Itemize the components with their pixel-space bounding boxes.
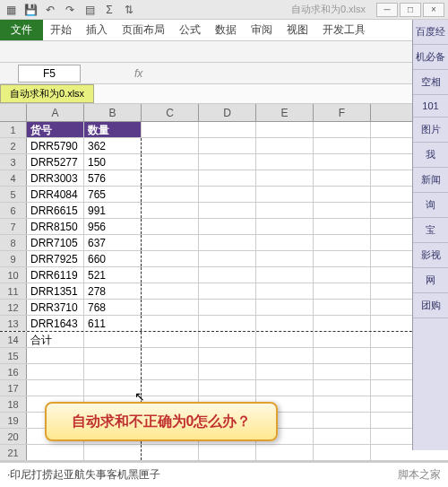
cell[interactable] [256, 203, 314, 218]
col-e[interactable]: E [256, 104, 314, 121]
table-row[interactable]: 7DRR8150956 [0, 219, 448, 235]
cell[interactable] [256, 332, 314, 347]
cell[interactable]: 991 [84, 203, 142, 218]
row-header[interactable]: 3 [0, 154, 27, 170]
table-row[interactable]: 21 [0, 445, 448, 461]
redo-icon[interactable]: ↷ [63, 3, 77, 17]
cell[interactable]: 637 [84, 235, 142, 250]
cell[interactable] [256, 187, 314, 202]
name-box[interactable]: F5 [18, 65, 81, 83]
cell[interactable]: 956 [84, 219, 142, 234]
cell[interactable] [199, 154, 256, 170]
sidebar-item[interactable]: 宝 [413, 218, 448, 243]
table-row[interactable]: 17 [0, 380, 448, 396]
table-row[interactable]: 16 [0, 364, 448, 380]
tab-insert[interactable]: 插入 [79, 20, 115, 40]
cell[interactable] [199, 332, 256, 347]
print-icon[interactable]: ▤ [82, 3, 97, 17]
cell[interactable] [314, 300, 371, 315]
file-tab[interactable]: 文件 [0, 20, 43, 40]
row-header[interactable]: 15 [0, 348, 27, 363]
news-ticker[interactable]: ·印尼打捞起亚航失事客机黑匣子 [7, 467, 160, 483]
cell[interactable] [314, 203, 371, 218]
row-header[interactable]: 19 [0, 413, 27, 428]
cell[interactable] [27, 445, 84, 460]
cell[interactable] [142, 170, 199, 186]
cell[interactable] [314, 283, 371, 299]
cell[interactable] [256, 300, 314, 315]
cell[interactable] [314, 267, 371, 283]
cell[interactable]: 合计 [27, 332, 84, 347]
tab-layout[interactable]: 页面布局 [115, 20, 172, 40]
cell[interactable] [142, 235, 199, 250]
cell[interactable] [314, 154, 371, 170]
row-header[interactable]: 13 [0, 316, 27, 331]
cell[interactable] [142, 219, 199, 234]
cell[interactable] [314, 445, 371, 460]
close-button[interactable]: × [423, 3, 444, 17]
sort-icon[interactable]: ⇅ [122, 3, 136, 17]
undo-icon[interactable]: ↶ [43, 3, 57, 17]
cell[interactable] [256, 170, 314, 186]
table-row[interactable]: 10DRR6119521 [0, 267, 448, 283]
cell[interactable] [142, 138, 199, 153]
cell[interactable]: DRR3710 [27, 300, 84, 315]
cell[interactable]: DRR1351 [27, 283, 84, 299]
cell[interactable] [142, 251, 199, 266]
row-header[interactable]: 4 [0, 170, 27, 186]
cell[interactable]: 150 [84, 154, 142, 170]
cell[interactable] [256, 283, 314, 299]
col-f[interactable]: F [314, 104, 371, 121]
sidebar-item[interactable]: 我 [413, 143, 448, 168]
col-c[interactable]: C [142, 104, 199, 121]
cell[interactable] [27, 364, 84, 379]
cell[interactable]: 576 [84, 170, 142, 186]
sidebar-item[interactable]: 图片 [413, 117, 448, 143]
cell[interactable] [199, 300, 256, 315]
cell[interactable] [142, 122, 199, 137]
cell[interactable] [256, 380, 314, 396]
cell[interactable] [199, 187, 256, 202]
cell[interactable]: DRR4084 [27, 187, 84, 202]
table-row[interactable]: 1货号数量 [0, 122, 448, 138]
cell[interactable] [314, 251, 371, 266]
cell[interactable] [199, 316, 256, 331]
cell[interactable] [314, 316, 371, 331]
cell[interactable] [199, 203, 256, 218]
sidebar-item[interactable]: 机必备 [413, 45, 448, 70]
cell[interactable] [314, 348, 371, 363]
cell[interactable]: 765 [84, 187, 142, 202]
document-tab[interactable]: 自动求和为0.xlsx [0, 84, 94, 103]
cell[interactable] [256, 364, 314, 379]
cell[interactable] [84, 348, 142, 363]
cell[interactable] [314, 187, 371, 202]
col-a[interactable]: A [27, 104, 84, 121]
save-icon[interactable]: 💾 [23, 3, 38, 17]
row-header[interactable]: 11 [0, 283, 27, 299]
cell[interactable] [199, 348, 256, 363]
sum-icon[interactable]: Σ [102, 3, 116, 17]
cell[interactable] [142, 364, 199, 379]
cell[interactable] [27, 348, 84, 363]
row-header[interactable]: 21 [0, 445, 27, 460]
cell[interactable]: DRR8150 [27, 219, 84, 234]
table-row[interactable]: 5DRR4084765 [0, 187, 448, 203]
sidebar-item[interactable]: 询 [413, 193, 448, 218]
cell[interactable] [84, 364, 142, 379]
cell[interactable]: DRR7105 [27, 235, 84, 250]
cell[interactable] [142, 187, 199, 202]
cell[interactable] [142, 283, 199, 299]
cell[interactable] [199, 138, 256, 153]
cell[interactable] [314, 122, 371, 137]
cell[interactable] [199, 235, 256, 250]
cell[interactable] [314, 380, 371, 396]
cell[interactable] [314, 219, 371, 234]
row-header[interactable]: 18 [0, 396, 27, 412]
cell[interactable] [256, 251, 314, 266]
row-header[interactable]: 16 [0, 364, 27, 379]
cell[interactable]: 数量 [84, 122, 142, 137]
cell[interactable] [256, 235, 314, 250]
table-row[interactable]: 3DRR5277150 [0, 154, 448, 170]
cell[interactable] [142, 203, 199, 218]
tab-developer[interactable]: 开发工具 [315, 20, 373, 40]
